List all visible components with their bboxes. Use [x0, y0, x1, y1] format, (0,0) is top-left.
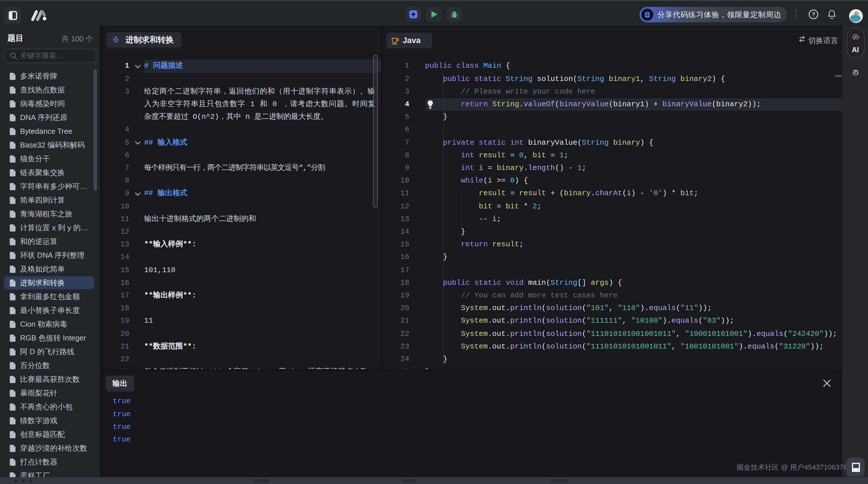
svg-text:?: ? — [812, 11, 815, 17]
